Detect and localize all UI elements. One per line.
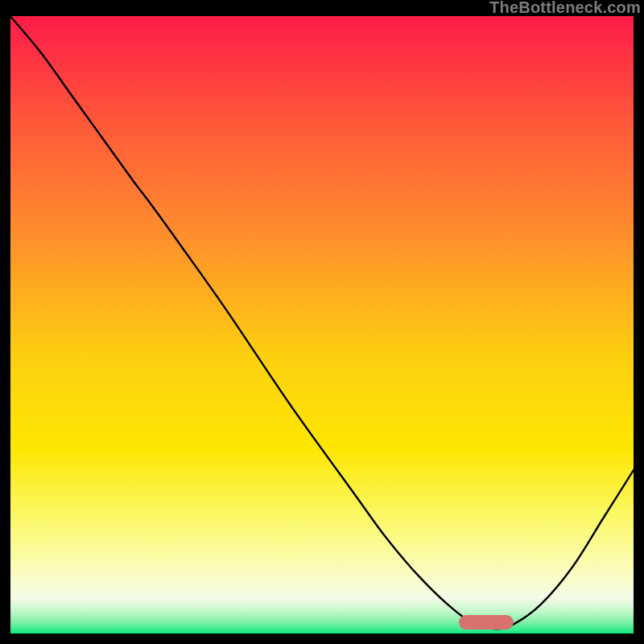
gradient-background [9,14,635,635]
optimal-range-marker [459,615,514,630]
watermark-text: TheBottleneck.com [489,0,641,17]
plot-frame [9,14,635,635]
bottleneck-chart [9,14,635,635]
